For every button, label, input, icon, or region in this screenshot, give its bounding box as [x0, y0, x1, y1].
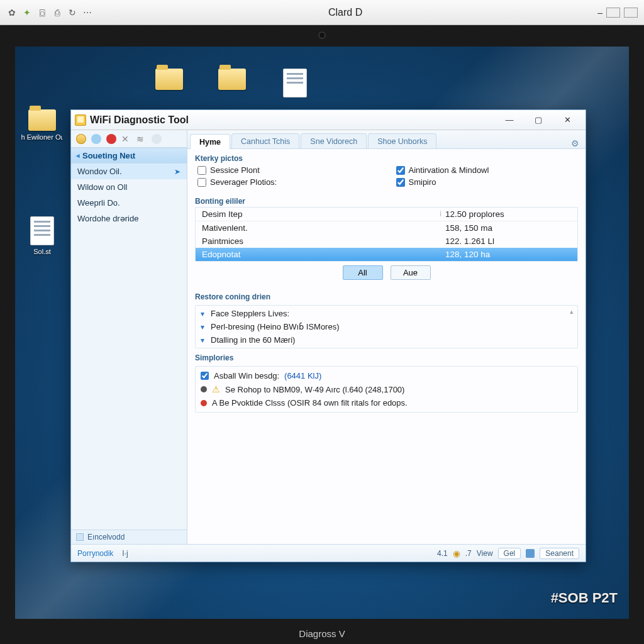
desktop: #SOB P2T h Ewiloner Oɩ Sol.st WiFi Diagn…	[15, 47, 629, 619]
status-item[interactable]: A Be Pvoktide Clsss (OSIR 84 own filt ri…	[196, 396, 577, 409]
checkbox-option[interactable]: Aintirvation & Mindowl	[396, 165, 576, 175]
status-view[interactable]: View	[477, 549, 493, 558]
checkbox-grid: Sessice PlontAintirvation & MindowlSever…	[187, 164, 586, 192]
checkbox-option[interactable]: Smipiro	[396, 177, 576, 187]
chevron-down-icon	[198, 323, 207, 331]
status-pory[interactable]: Porrynodik	[77, 549, 113, 558]
table-cell-key: Paintmices	[202, 236, 445, 246]
laptop-brand: Diagross V	[299, 628, 345, 639]
table-row[interactable]: Edopnotat128, 120 ha	[196, 248, 577, 261]
desktop-icon-5[interactable]	[273, 69, 317, 100]
sidebar-item[interactable]: Weeprli Do.	[71, 195, 187, 211]
document-icon	[30, 216, 54, 245]
gear-icon[interactable]: ⚙	[571, 138, 579, 148]
sidebar-footer[interactable]: Eıncelvodd	[71, 530, 187, 544]
minimize-button[interactable]: —	[495, 111, 524, 129]
more-icon: ⋯	[82, 7, 93, 18]
sidebar-item[interactable]: Wildow on Oll	[71, 179, 187, 195]
sidebar: ✕ ≋ Soueting Neɩt Wondov Oil.➤Wildow on …	[71, 130, 187, 544]
os-tray-icons: ✿ ✦ ⌼ ⎙ ↻ ⋯	[6, 7, 93, 18]
settings-icon[interactable]	[152, 134, 162, 144]
table-row[interactable]: Desim Itepi12.50 proplores	[196, 208, 577, 221]
table-button-row: All Aue	[187, 262, 586, 287]
desktop-icon-1[interactable]: h Ewiloner Oɩ	[20, 109, 64, 142]
stack-icon	[76, 533, 84, 541]
desktop-icon-4[interactable]	[210, 69, 254, 92]
sidebar-footer-label: Eıncelvodd	[87, 533, 125, 541]
tab[interactable]: Hyme	[190, 134, 230, 149]
chevron-down-icon	[198, 309, 207, 318]
disk-icon: ⌼	[36, 7, 48, 18]
restore-item[interactable]: Perl-bresing (Heino BWıɓ ISMores)	[196, 320, 577, 333]
checkbox-input[interactable]	[197, 178, 206, 187]
os-maximize-icon[interactable]	[624, 8, 638, 18]
close-button[interactable]: ✕	[553, 111, 582, 129]
data-table: Desim Itepi12.50 proploresMativenlent.15…	[195, 207, 578, 262]
desktop-icon-2[interactable]: Sol.st	[20, 216, 64, 255]
sidebar-item[interactable]: Wordohe drəride	[71, 211, 187, 226]
sidebar-section-header[interactable]: Soueting Neɩt	[71, 148, 187, 164]
checkbox-label: Sessice Plont	[210, 165, 260, 175]
restore-item-label: Dtalling in the 60 Mæri)	[211, 335, 295, 345]
group4-header: Simplories	[187, 348, 586, 364]
folder-icon	[155, 69, 183, 90]
os-minimize-icon[interactable]: –	[597, 8, 602, 18]
checkbox-input[interactable]	[197, 166, 206, 175]
aue-button[interactable]: Aue	[391, 265, 431, 280]
checkbox-label: Aintirvation & Mindowl	[409, 165, 489, 175]
desktop-icon-label: Sol.st	[20, 248, 64, 255]
wifi-icon[interactable]: ≋	[136, 134, 147, 144]
warning-icon: ⚠	[212, 384, 220, 394]
app-icon	[75, 114, 86, 126]
restore-item[interactable]: Face Stepplers Lives:	[196, 307, 577, 320]
status-item[interactable]: ⚠Se Rohop to NBM09, W·49 Aırc (l.640 (24…	[196, 382, 577, 396]
status-num1: 4.1	[437, 549, 448, 558]
status-pory2: I·j	[122, 549, 128, 558]
os-restore-icon[interactable]	[606, 8, 620, 18]
checkbox-label: Smipiro	[409, 177, 436, 187]
sidebar-toolbar: ✕ ≋	[71, 130, 187, 148]
check-icon	[201, 372, 209, 380]
group3-header: Restore coning drien	[187, 287, 586, 303]
checkbox-input[interactable]	[396, 166, 405, 175]
tab[interactable]: Shoe Unborks	[368, 133, 436, 148]
wrench-icon[interactable]: ✕	[121, 134, 131, 144]
status-gel-button[interactable]: Gel	[498, 548, 521, 559]
sidebar-item-label: Weeprli Do.	[77, 198, 120, 208]
sidebar-item[interactable]: Wondov Oil.➤	[71, 164, 187, 179]
record-icon[interactable]	[106, 134, 116, 144]
status-item[interactable]: Asball Win besdg: (6441 KlJ)	[196, 369, 577, 382]
desktop-icon-label: h Ewiloner Oɩ	[20, 133, 64, 142]
table-cell-value: 122. 1.261 Ll	[445, 236, 571, 246]
scroll-up-icon[interactable]: ▴	[570, 308, 574, 316]
status-seanent-button[interactable]: Seanent	[540, 548, 579, 559]
table-row[interactable]: Paintmices122. 1.261 Ll	[196, 235, 577, 248]
table-row[interactable]: Mativenlent.158, 150 ma	[196, 221, 577, 235]
desktop-icon-3[interactable]	[147, 69, 191, 92]
all-button[interactable]: All	[343, 265, 383, 280]
status-num2: .7	[465, 549, 472, 558]
app-titlebar[interactable]: WiFi Diagnostic Tool — ▢ ✕	[71, 110, 586, 130]
os-window-title: Clard D	[93, 7, 597, 18]
sidebar-item-label: Wordohe drəride	[77, 214, 138, 223]
folder-icon	[28, 109, 56, 131]
maximize-button[interactable]: ▢	[524, 111, 553, 129]
tab[interactable]: Canhuct Tchis	[231, 133, 299, 148]
tab[interactable]: Sne Vidorech	[301, 133, 367, 148]
checkbox-option[interactable]: Sessice Plont	[197, 165, 377, 175]
table-cell-key: Mativenlent.	[202, 223, 445, 233]
status-item-text: Asball Win besdg:	[214, 371, 279, 380]
status-link[interactable]: (6441 KlJ)	[284, 371, 321, 380]
group1-header: Kterky pictos	[187, 149, 586, 164]
save-icon[interactable]	[526, 549, 535, 558]
checkbox-option[interactable]: Severager Plotios:	[197, 177, 377, 187]
printer-icon: ⎙	[52, 7, 63, 18]
restore-item-label: Face Stepplers Lives:	[211, 309, 289, 318]
chevron-down-icon	[198, 336, 207, 345]
table-cell-value: 158, 150 ma	[445, 223, 571, 233]
shield-icon[interactable]	[76, 134, 86, 144]
table-cell-key: Edopnotat	[202, 250, 445, 259]
restore-item[interactable]: Dtalling in the 60 Mæri)	[196, 333, 577, 347]
checkbox-input[interactable]	[396, 178, 405, 187]
globe-icon[interactable]	[91, 134, 101, 144]
